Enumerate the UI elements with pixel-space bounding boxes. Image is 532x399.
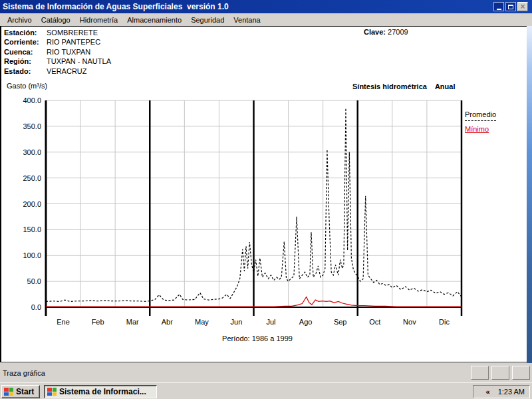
statusbar-panel-1 [471, 366, 489, 380]
info-value: RIO TUXPAN [47, 47, 90, 57]
x-month-label: Nov [403, 318, 416, 326]
x-month-label: Oct [369, 318, 380, 326]
x-month-label: Abr [162, 318, 173, 326]
minimize-button[interactable] [493, 2, 504, 11]
x-month-label: May [195, 318, 209, 326]
legend-promedio: Promedio [465, 110, 496, 121]
taskbar: Start Sistema de Informaci... « 1:23 AM [0, 382, 532, 399]
tray-chevron-icon[interactable]: « [486, 388, 490, 396]
window-title: Sistema de Información de Aguas Superfic… [0, 2, 229, 11]
y-tick-label: 100.0 [23, 251, 41, 259]
status-bar: Traza gráfica [0, 363, 532, 382]
minimize-icon [497, 9, 501, 10]
station-info-row: Corriente:RIO PANTEPEC [4, 37, 111, 47]
info-value: VERACRUZ [47, 66, 87, 76]
x-month-label: Ene [57, 318, 70, 326]
chart-canvas: 0.050.0100.0150.0200.0250.0300.0350.0400… [1, 94, 532, 360]
y-tick-label: 400.0 [23, 96, 41, 104]
title-bar: Sistema de Información de Aguas Superfic… [0, 0, 532, 13]
statusbar-panel-2 [491, 366, 509, 380]
start-label: Start [16, 387, 34, 396]
window-controls: × [493, 2, 528, 11]
taskbar-clock: 1:23 AM [498, 388, 525, 396]
menu-bar: ArchivoCatálogoHidrometríaAlmacenamiento… [0, 13, 532, 26]
info-label: Corriente: [4, 37, 47, 47]
chart-title: Síntesis hidrométricaAnual [352, 82, 455, 90]
station-info-row: Región:TUXPAN - NAUTLA [4, 57, 111, 66]
y-tick-label: 50.0 [27, 277, 41, 285]
info-label: Estación: [4, 28, 47, 37]
main-content: Estación:SOMBRERETECorriente:RIO PANTEPE… [0, 26, 527, 362]
y-tick-label: 250.0 [23, 174, 41, 182]
task-label: Sistema de Informaci... [59, 387, 146, 396]
x-month-label: Feb [92, 318, 104, 326]
x-month-label: Ago [299, 318, 313, 326]
chart-mode: Anual [435, 82, 456, 90]
info-value: TUXPAN - NAUTLA [47, 57, 111, 66]
taskbar-task-button[interactable]: Sistema de Informaci... [44, 385, 157, 398]
legend-minimo: Mínimo [465, 125, 489, 133]
clave-value: 27009 [388, 28, 408, 36]
menu-item-seguridad[interactable]: Seguridad [186, 15, 229, 25]
y-tick-label: 200.0 [23, 200, 41, 208]
app-icon [47, 388, 57, 396]
station-info-row: Estado:VERACRUZ [4, 66, 111, 76]
menu-item-ventana[interactable]: Ventana [229, 15, 265, 25]
station-info-row: Cuenca:RIO TUXPAN [4, 47, 111, 57]
y-tick-label: 300.0 [23, 148, 41, 156]
clave-label: Clave: [364, 28, 386, 36]
chart-legend: Promedio Mínimo [465, 110, 496, 133]
y-tick-label: 150.0 [23, 225, 41, 233]
y-tick-label: 350.0 [23, 122, 41, 130]
desktop-background [527, 26, 532, 382]
info-label: Cuenca: [4, 47, 47, 57]
y-tick-label: 0.0 [31, 303, 41, 311]
statusbar-panel-3 [512, 366, 530, 380]
x-month-label: Mar [126, 318, 139, 326]
x-month-label: Dic [439, 318, 450, 326]
info-value: RIO PANTEPEC [47, 37, 100, 47]
chart-title-text: Síntesis hidrométrica [352, 82, 427, 90]
station-clave: Clave: 27009 [364, 28, 408, 36]
y-axis-title: Gasto (m³/s) [7, 82, 47, 90]
x-month-label: Jul [267, 318, 276, 326]
chart-period-label: Período: 1986 a 1999 [222, 334, 293, 342]
close-icon: × [520, 3, 525, 10]
info-value: SOMBRERETE [47, 28, 98, 37]
station-info-row: Estación:SOMBRERETE [4, 28, 111, 37]
hydrograph-chart: 0.050.0100.0150.0200.0250.0300.0350.0400… [1, 94, 532, 360]
restore-button[interactable] [505, 2, 516, 11]
info-label: Estado: [4, 66, 47, 76]
x-month-label: Jun [231, 318, 243, 326]
close-button[interactable]: × [517, 2, 528, 11]
menu-item-almacenamiento[interactable]: Almacenamiento [122, 15, 186, 25]
windows-flag-icon [4, 388, 13, 396]
station-info: Estación:SOMBRERETECorriente:RIO PANTEPE… [4, 28, 111, 76]
status-text: Traza gráfica [3, 369, 45, 377]
system-tray: « 1:23 AM [473, 385, 530, 398]
menu-item-catalogo[interactable]: Catálogo [37, 15, 75, 25]
menu-item-hidrometria[interactable]: Hidrometría [75, 15, 122, 25]
menu-item-archivo[interactable]: Archivo [3, 15, 37, 25]
info-label: Región: [4, 57, 47, 66]
restore-icon [508, 5, 513, 9]
start-button[interactable]: Start [1, 385, 40, 398]
x-month-label: Sep [334, 318, 347, 326]
